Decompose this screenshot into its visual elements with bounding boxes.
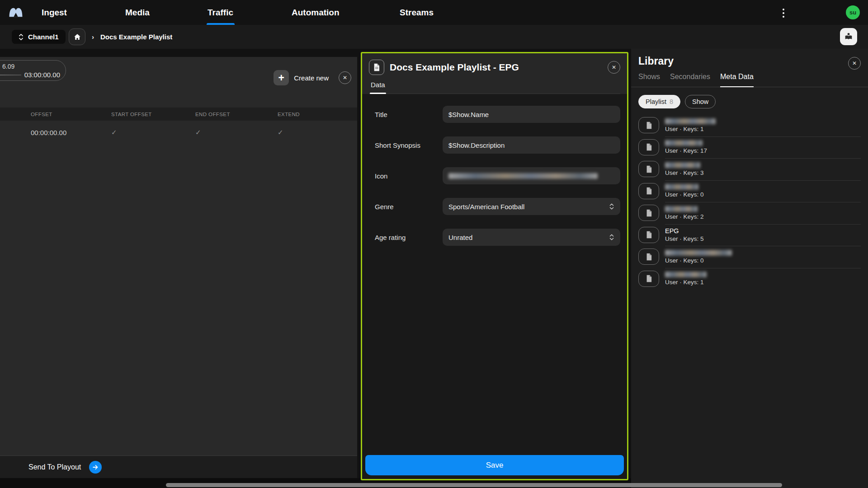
nav-item-label: Ingest [42,8,67,18]
field-value: $Show.Description [448,141,505,149]
unfold-icon [609,203,614,210]
modal-footer: Save [362,455,627,479]
document-icon [638,183,659,199]
input-icon[interactable] [443,167,620,184]
form-field: Age rating Unrated [368,229,620,246]
active-tab-underline [207,23,235,25]
overflow-menu-icon[interactable] [782,8,785,19]
select-age-rating[interactable]: Unrated [443,229,620,246]
field-label: Icon [368,172,443,180]
channel-name: Channel1 [28,33,59,41]
library-item[interactable]: EPG User · Keys: 5 [638,224,861,246]
nav-item-ingest[interactable]: Ingest [42,0,67,25]
document-icon [638,139,659,155]
chip-label: Playlist [646,98,666,105]
check-icon: ✓ [195,128,278,136]
modal-tab-data[interactable]: Data [370,79,386,94]
create-new-label: Create new [294,74,329,82]
item-meta: User · Keys: 1 [665,279,707,286]
form-field: Icon [368,167,620,184]
filter-chip-show[interactable]: Show [685,95,716,108]
timeline-zoom-slider[interactable] [0,75,21,75]
top-navigation: Ingest Media Traffic Automation Streams … [0,0,868,25]
library-item[interactable]: User · Keys: 2 [638,202,861,224]
library-item[interactable]: User · Keys: 3 [638,158,861,180]
offsets-table-header: OFFSETSTART OFFSETEND OFFSETEXTEND [0,108,357,121]
item-meta: User · Keys: 0 [665,192,704,198]
library-tabs: ShowsSecondariesMeta Data [631,73,868,87]
item-title-redacted [665,140,703,146]
channel-selector[interactable]: Channel1 [12,30,66,44]
brand-logo-icon[interactable] [8,5,24,19]
form-field: Title $Show.Name [368,106,620,123]
item-title-redacted [665,250,732,256]
modal-tabs: Data [369,79,620,94]
check-icon: ✓ [111,128,195,136]
item-title-redacted [665,184,698,190]
nav-item-label: Traffic [208,8,233,18]
select-genre[interactable]: Sports/American Football [443,198,620,215]
nav-item-traffic[interactable]: Traffic [208,0,233,25]
nav-item-streams[interactable]: Streams [400,0,434,25]
library-tab-meta-data[interactable]: Meta Data [720,73,754,87]
column-header-offset: OFFSET [31,112,111,117]
column-header-end-offset: END OFFSET [195,112,278,117]
item-meta: User · Keys: 3 [665,170,704,176]
library-item[interactable]: User · Keys: 1 [638,114,861,136]
offset-table-row[interactable]: 00:00:00.00 ✓ ✓ ✓ [0,121,357,144]
item-title: EPG [665,228,704,234]
field-value: $Show.Name [448,111,489,118]
document-icon [638,227,659,243]
document-icon [638,205,659,221]
library-tab-shows[interactable]: Shows [638,73,660,87]
timeline-zoom-control[interactable]: 6.09 03:00:00.00 [0,60,66,81]
field-value: Sports/American Football [448,203,524,211]
input-short-synopsis[interactable]: $Show.Description [443,136,620,154]
item-meta: User · Keys: 17 [665,148,707,154]
item-title-redacted [665,162,700,168]
item-title-redacted [665,118,716,124]
close-icon: ✕ [852,60,857,66]
library-close-button[interactable]: ✕ [848,57,861,70]
library-item[interactable]: User · Keys: 0 [638,180,861,202]
library-item[interactable]: User · Keys: 17 [638,136,861,159]
column-header-extend: EXTEND [278,112,357,117]
modal-close-button[interactable]: ✕ [608,61,620,74]
modal-title: Docs Example Playlist - EPG [390,62,602,73]
chip-count: 8 [670,98,673,105]
nav-item-automation[interactable]: Automation [292,0,340,25]
epg-form: Title $Show.Name Short Synopsis $Show.De… [362,94,627,455]
input-title[interactable]: $Show.Name [443,106,620,123]
library-filter-chips: Playlist 8 Show [638,95,861,108]
library-tab-secondaries[interactable]: Secondaries [670,73,710,87]
filter-chip-playlist[interactable]: Playlist 8 [638,95,680,108]
chip-label: Show [692,98,708,105]
check-icon: ✓ [278,128,357,136]
create-new-button[interactable]: + Create new [274,70,329,85]
document-icon [638,117,659,133]
library-toggle-button[interactable] [840,28,857,45]
timeline-duration: 03:00:00.00 [24,71,60,79]
playlist-panel: 6.09 03:00:00.00 + Create new ✕ OFFSETST… [0,57,357,478]
field-value: Unrated [448,234,472,241]
document-icon [369,60,384,75]
unfold-icon [609,234,614,241]
library-item[interactable]: User · Keys: 1 [638,268,861,290]
horizontal-scrollbar[interactable] [166,483,782,487]
nav-item-label: Media [125,8,150,18]
panel-close-button[interactable]: ✕ [339,71,351,84]
field-label: Genre [368,203,443,211]
modal-header: Docs Example Playlist - EPG ✕ Data [362,53,627,94]
library-title: Library [638,55,861,67]
nav-item-media[interactable]: Media [125,0,150,25]
timeline-zoom-value: 6.09 [2,63,60,70]
save-button[interactable]: Save [365,455,624,475]
breadcrumb-bar: Channel1 › Docs Example Playlist [0,25,868,49]
app-window: Ingest Media Traffic Automation Streams … [0,0,868,488]
send-to-playout-button[interactable]: Send To Playout [0,455,357,478]
document-icon [638,249,659,265]
user-avatar[interactable]: su [846,5,860,19]
home-button[interactable] [69,28,85,45]
library-item[interactable]: User · Keys: 0 [638,246,861,268]
item-title-redacted [665,206,698,212]
